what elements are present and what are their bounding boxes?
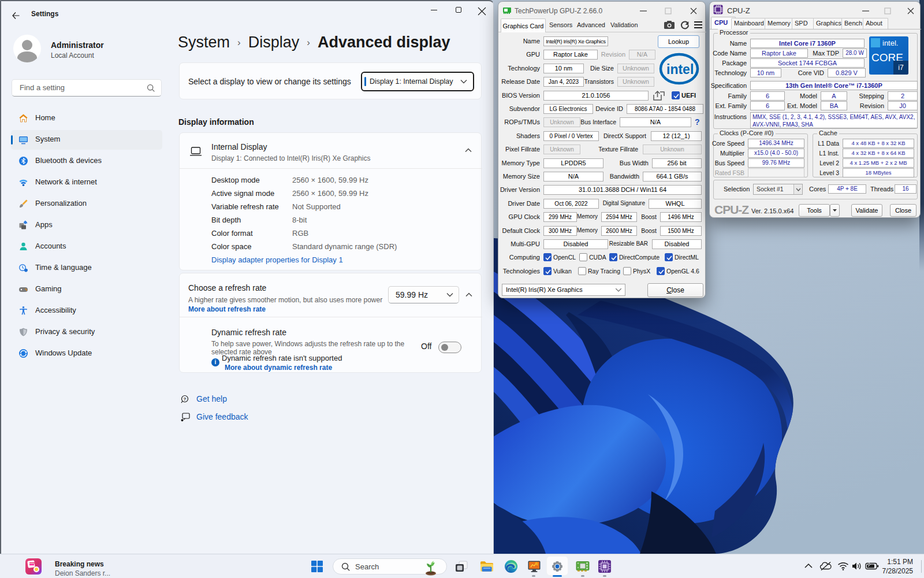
svg-text:intel: intel xyxy=(666,62,694,77)
svg-text:?: ? xyxy=(184,397,187,402)
